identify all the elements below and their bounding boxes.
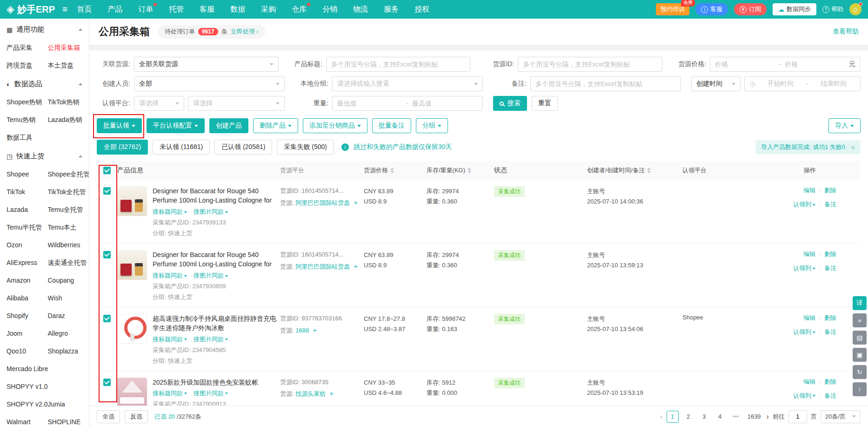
help-button[interactable]: ? 帮助 (822, 5, 843, 14)
create-product-button[interactable]: 创建产品 (209, 118, 248, 133)
sidebar-item[interactable]: Daraz (48, 307, 89, 325)
sidebar-item[interactable]: Shopee (7, 165, 48, 183)
page-number-button[interactable]: 1 (667, 411, 679, 423)
row-checkbox[interactable] (103, 251, 111, 258)
sort-stock[interactable]: 库存/重量(KG) (427, 165, 494, 176)
group-button[interactable]: 分组 (416, 118, 448, 133)
sidebar-item[interactable]: Shopify (7, 307, 48, 325)
select-all-checkbox[interactable] (103, 167, 111, 174)
image-tool-button[interactable]: ▣ (853, 348, 867, 362)
sidebar-item[interactable] (48, 360, 89, 378)
row-checkbox[interactable] (103, 187, 111, 195)
batch-remark-button[interactable]: 批量备注 (372, 118, 411, 133)
creator-select[interactable]: 全部 (134, 76, 285, 91)
nav-item[interactable]: 仓库 (292, 5, 307, 14)
batch-claim-button[interactable]: 批量认领 (97, 118, 142, 133)
weight-min-input[interactable] (337, 100, 403, 107)
create-time-range-picker[interactable]: ◷ 开始时间 - 结束时间 (744, 76, 861, 91)
search-same-title-link[interactable]: 搜标题同款 (153, 208, 187, 216)
row-checkbox[interactable] (103, 379, 111, 386)
sidebar-item[interactable]: Wildberries (48, 236, 89, 254)
sidebar-item[interactable]: SHOPYY v1.0 (7, 378, 48, 395)
nav-item[interactable]: 物流 (353, 5, 368, 14)
sidebar-section-quick-listing[interactable]: ◳ 快速上货 (0, 147, 89, 165)
translate-button[interactable]: 译 (853, 296, 867, 310)
training-button[interactable]: 预约培训 免费 (656, 3, 689, 15)
search-button[interactable]: 搜索 (493, 96, 527, 111)
page-number-button[interactable]: 3 (698, 411, 710, 423)
claim-platform-select[interactable]: 请选择 (134, 96, 184, 111)
sidebar-item[interactable]: 本土货盘 (48, 56, 89, 74)
edit-link[interactable]: 编辑 (803, 378, 815, 386)
row-checkbox[interactable] (103, 315, 111, 322)
nav-item[interactable]: 采购 (261, 5, 276, 14)
nav-item[interactable]: 客服 (200, 5, 214, 14)
remark-link[interactable]: 备注 (824, 264, 836, 272)
sidebar-item[interactable]: 速卖通全托管 (48, 254, 89, 271)
platform-claim-config-button[interactable]: 平台认领配置 (147, 118, 205, 133)
process-now-link[interactable]: 立即处理 › (231, 27, 259, 36)
sidebar-item[interactable]: Temu热销 (7, 111, 48, 129)
nav-item[interactable]: 授权 (414, 5, 429, 14)
hamburger-menu-icon[interactable]: ≡ (62, 4, 67, 14)
create-time-type-select[interactable]: 创建时间 (691, 76, 741, 91)
price-max-input[interactable] (785, 61, 845, 68)
source-link[interactable]: 阿里巴巴国际站货盘 (295, 263, 350, 270)
claim-shop-select[interactable]: 请选择 (188, 96, 285, 111)
search-same-title-link[interactable]: 搜标题同款 (153, 271, 187, 280)
sidebar-item[interactable]: Wish (48, 289, 89, 307)
nav-item[interactable]: 数据 (230, 5, 245, 14)
sidebar-item[interactable]: Jumia (48, 395, 89, 413)
sidebar-item[interactable]: Temu半托管 (7, 218, 48, 236)
subscribe-button[interactable]: ¥ 订阅 (734, 3, 767, 15)
remark-link[interactable]: 备注 (824, 328, 836, 336)
add-source-icon[interactable]: + (354, 198, 358, 206)
sidebar-item[interactable]: Qoo10 (7, 342, 48, 360)
close-icon[interactable]: × (851, 143, 855, 151)
search-same-image-link[interactable]: 搜图片同款 (194, 208, 228, 216)
nav-item[interactable]: 托管 (169, 5, 184, 14)
edit-link[interactable]: 编辑 (803, 314, 815, 322)
search-same-title-link[interactable]: 搜标题同款 (153, 389, 187, 398)
sidebar-item[interactable]: Alibaba (7, 289, 48, 307)
sidebar-item[interactable]: TikTok热销 (48, 93, 89, 111)
sidebar-item[interactable]: Joom (7, 325, 48, 342)
invert-select-button[interactable]: 反选 (125, 410, 148, 423)
goto-page-input[interactable] (788, 410, 807, 423)
page-number-button[interactable]: 4 (714, 411, 726, 423)
reset-button[interactable]: 重置 (532, 96, 558, 111)
search-same-image-link[interactable]: 搜图片同款 (194, 335, 228, 344)
remark-link[interactable]: 备注 (824, 200, 836, 209)
search-same-title-link[interactable]: 搜标题同款 (153, 335, 187, 344)
sidebar-item[interactable]: Ozon (7, 236, 48, 254)
sidebar-item[interactable] (48, 378, 89, 395)
sidebar-item[interactable]: 公用采集箱 (48, 39, 89, 56)
prev-page-button[interactable]: ‹ (660, 413, 662, 421)
remark-input[interactable] (535, 80, 676, 88)
search-same-image-link[interactable]: 搜图片同款 (194, 271, 228, 280)
add-source-icon[interactable]: + (313, 326, 317, 334)
customer-service-button[interactable]: i 客服 (695, 3, 728, 15)
claim-to-link[interactable]: 认领到 (793, 264, 815, 272)
source-id-input[interactable] (523, 61, 657, 68)
local-group-select[interactable]: 请选择或输入搜索 (332, 76, 483, 91)
collapse-panel-button[interactable]: » (853, 313, 867, 327)
sidebar-item[interactable]: Coupang (48, 271, 89, 289)
source-link[interactable]: 找源头家纺 (295, 390, 326, 397)
sidebar-item[interactable]: Allegro (48, 325, 89, 342)
sidebar-item[interactable]: Amazon (7, 271, 48, 289)
user-avatar[interactable]: ☺ (849, 3, 861, 15)
import-button[interactable]: 导入 (828, 118, 861, 133)
sidebar-item[interactable]: Temu本土 (48, 218, 89, 236)
claim-to-link[interactable]: 认领到 (793, 200, 815, 209)
delete-link[interactable]: 删除 (824, 378, 836, 386)
weight-max-input[interactable] (412, 100, 478, 107)
edit-link[interactable]: 编辑 (803, 186, 815, 195)
page-ellipsis[interactable]: ••• (730, 411, 742, 423)
doc-tool-button[interactable]: ▤ (853, 331, 867, 345)
back-to-top-button[interactable]: ↑ (853, 382, 867, 396)
sidebar-item[interactable]: 数据工具 (7, 129, 48, 146)
nav-item[interactable]: 首页 (77, 5, 92, 14)
status-tab[interactable]: 采集失败 (500) (277, 140, 334, 155)
sidebar-item[interactable]: Shoplazza (48, 342, 89, 360)
